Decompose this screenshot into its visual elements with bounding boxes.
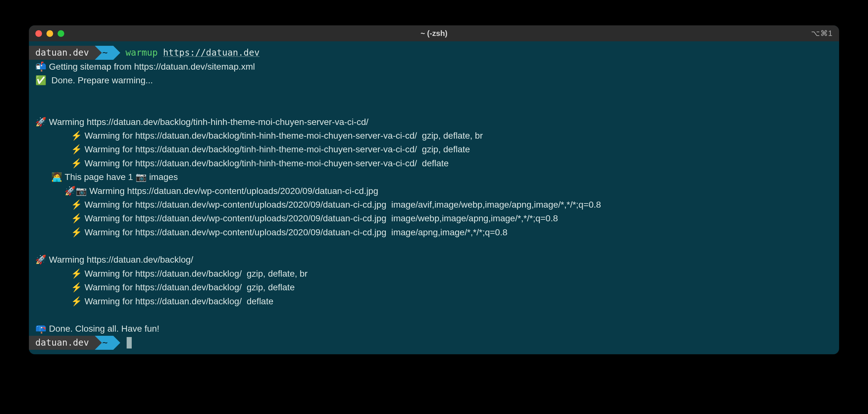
output-line: 🚀 Warming https://datuan.dev/backlog/tin… (29, 115, 839, 129)
output-line: 📬 Getting sitemap from https://datuan.de… (29, 60, 839, 73)
output-line: 🚀📷 Warming https://datuan.dev/wp-content… (29, 184, 839, 198)
output-line: ⚡ Warming for https://datuan.dev/backlog… (29, 267, 839, 281)
command-arg: https://datuan.dev (163, 46, 259, 60)
close-button[interactable] (35, 30, 42, 37)
output-line: ⚡ Warming for https://datuan.dev/wp-cont… (29, 225, 839, 239)
output-line: 🧑‍💻 This page have 1 📷 images (29, 170, 839, 184)
output-line: 📪 Done. Closing all. Have fun! (29, 322, 839, 336)
command-name: warmup (125, 46, 157, 60)
minimize-button[interactable] (46, 30, 53, 37)
output-line: ⚡ Warming for https://datuan.dev/wp-cont… (29, 198, 839, 212)
window-title: ~ (-zsh) (29, 29, 839, 38)
prompt-host-segment: datuan.dev (29, 336, 95, 350)
traffic-lights (35, 30, 64, 37)
prompt-command: warmup https://datuan.dev (113, 46, 259, 60)
blank-line (29, 308, 839, 322)
output-line: ⚡ Warming for https://datuan.dev/backlog… (29, 129, 839, 142)
titlebar[interactable]: ~ (-zsh) ⌥⌘1 (29, 26, 839, 41)
blank-line (29, 88, 839, 101)
output-line: ⚡ Warming for https://datuan.dev/wp-cont… (29, 212, 839, 225)
terminal-body[interactable]: datuan.dev ~ warmup https://datuan.dev 📬… (29, 41, 839, 354)
output-line: ⚡ Warming for https://datuan.dev/backlog… (29, 156, 839, 170)
prompt-line: datuan.dev ~ warmup https://datuan.dev (29, 46, 839, 60)
output-line: 🚀 Warming https://datuan.dev/backlog/ (29, 253, 839, 266)
prompt-host-segment: datuan.dev (29, 46, 95, 60)
blank-line (29, 101, 839, 115)
maximize-button[interactable] (58, 30, 64, 37)
cursor (127, 337, 132, 349)
prompt-line: datuan.dev ~ (29, 336, 839, 350)
terminal-window: ~ (-zsh) ⌥⌘1 datuan.dev ~ warmup https:/… (29, 26, 839, 354)
blank-line (29, 239, 839, 253)
window-shortcut-badge: ⌥⌘1 (811, 29, 833, 38)
output-line: ⚡ Warming for https://datuan.dev/backlog… (29, 281, 839, 294)
output-line: ⚡ Warming for https://datuan.dev/backlog… (29, 142, 839, 156)
output-line: ✅ Done. Prepare warming... (29, 73, 839, 87)
output-line: ⚡ Warming for https://datuan.dev/backlog… (29, 294, 839, 308)
